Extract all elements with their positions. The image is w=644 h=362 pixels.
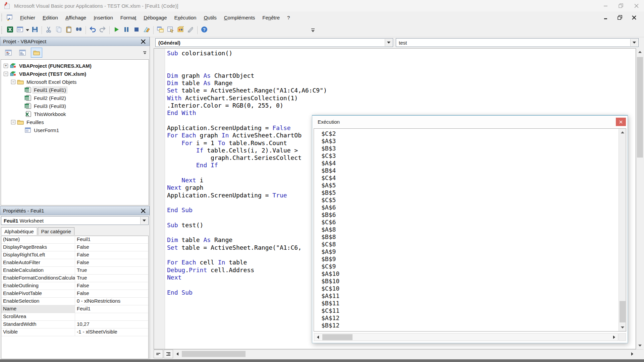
menu-edition[interactable]: Edition xyxy=(39,13,62,22)
properties-object-combo[interactable]: Feuil1 Worksheet xyxy=(1,216,149,225)
tree-item-feuil2-feuil2[interactable]: Feuil2 (Feuil2) xyxy=(1,94,149,102)
code-line[interactable]: Next xyxy=(167,274,327,281)
code-line[interactable]: Debug.Print cell.Address xyxy=(167,266,327,274)
save-button[interactable] xyxy=(30,25,40,35)
menubar-grip[interactable] xyxy=(1,14,4,21)
code-line[interactable] xyxy=(167,65,327,72)
project-panel-header[interactable]: Projet - VBAProject xyxy=(0,37,150,46)
code-line[interactable]: End With xyxy=(167,109,327,117)
menu-insertion[interactable]: Insertion xyxy=(90,13,117,22)
window-close-button[interactable] xyxy=(629,0,644,11)
property-value[interactable]: False xyxy=(75,259,148,266)
pause-button[interactable] xyxy=(121,25,131,35)
property-value[interactable]: False xyxy=(75,251,148,259)
procedure-view-button[interactable] xyxy=(154,350,163,358)
object-browser-button[interactable] xyxy=(175,25,185,35)
immediate-output-line[interactable]: $C$9 xyxy=(321,263,618,270)
help-button[interactable]: ? xyxy=(199,25,209,35)
tree-item-feuil3-feuil3[interactable]: Feuil3 (Feuil3) xyxy=(1,102,149,110)
vertical-scroll-thumb[interactable] xyxy=(637,57,643,158)
immediate-output-line[interactable]: $C$3 xyxy=(321,152,618,160)
toolbox-button[interactable] xyxy=(185,25,196,35)
stop-button[interactable] xyxy=(131,25,142,35)
code-line[interactable]: Sub test() xyxy=(167,222,327,229)
view-object-button[interactable] xyxy=(17,48,28,58)
code-horizontal-scrollbar[interactable] xyxy=(154,349,643,358)
mdi-restore-button[interactable] xyxy=(617,15,623,20)
tab-par-cat-gorie[interactable]: Par catégorie xyxy=(38,227,74,235)
immediate-window[interactable]: Exécution $C$2$A$3$B$3$C$3$A$4$B$4$C$4$A… xyxy=(312,115,628,343)
run-button[interactable] xyxy=(111,25,121,35)
immediate-output-line[interactable]: $B$9 xyxy=(321,255,618,263)
immediate-output-line[interactable]: $A$6 xyxy=(321,204,618,211)
immediate-output-line[interactable]: $B$3 xyxy=(321,145,618,152)
immediate-output-line[interactable]: $A$4 xyxy=(321,160,618,167)
copy-button[interactable] xyxy=(54,25,64,35)
code-line[interactable] xyxy=(167,251,327,259)
toolbar-options-dropdown[interactable] xyxy=(310,24,316,36)
scroll-down-button[interactable] xyxy=(636,342,644,349)
menu-d-bogage[interactable]: Débogage xyxy=(140,13,170,22)
tree-item-feuilles[interactable]: −Feuilles xyxy=(1,118,149,126)
immediate-output-line[interactable]: $C$5 xyxy=(321,196,618,204)
immediate-output-line[interactable]: $A$11 xyxy=(321,292,618,300)
property-row-enableautofilter[interactable]: EnableAutoFilterFalse xyxy=(1,259,148,267)
insert-object-dropdown[interactable] xyxy=(25,29,30,31)
design-mode-button[interactable] xyxy=(142,25,152,35)
code-line[interactable] xyxy=(167,199,327,206)
tree-item-feuil1-feuil1[interactable]: Feuil1 (Feuil1) xyxy=(1,86,149,94)
scroll-right-button[interactable] xyxy=(629,350,636,358)
undo-button[interactable] xyxy=(88,25,98,35)
scroll-down-button[interactable] xyxy=(619,324,626,331)
code-line[interactable]: Application.ScreenUpdating = True xyxy=(167,192,327,199)
immediate-output-line[interactable]: $B$6 xyxy=(321,211,618,219)
tree-item-thisworkbook[interactable]: ThisWorkbook xyxy=(1,110,149,118)
immediate-output-line[interactable]: $C$2 xyxy=(321,130,618,137)
property-row-enablepivottable[interactable]: EnablePivotTableFalse xyxy=(1,290,148,298)
vertical-scroll-thumb[interactable] xyxy=(620,301,626,322)
code-line[interactable]: If table.Cells(i, 2).Value > xyxy=(167,147,327,154)
paste-button[interactable] xyxy=(64,25,74,35)
project-toolbar-overflow[interactable] xyxy=(143,51,146,54)
code-line[interactable]: End If xyxy=(167,162,327,169)
property-row-enablecalculation[interactable]: EnableCalculationTrue xyxy=(1,267,148,275)
code-line[interactable]: End Sub xyxy=(167,289,327,296)
combo-dropdown-button[interactable] xyxy=(630,39,638,46)
property-value[interactable]: Feuil1 xyxy=(75,305,148,313)
immediate-output-line[interactable]: $B$12 xyxy=(321,322,618,329)
immediate-output-line[interactable]: $B$5 xyxy=(321,189,618,196)
property-row-enableformatconditionscalculation[interactable]: EnableFormatConditionsCalculationTrue xyxy=(1,275,148,282)
property-row-enableselection[interactable]: EnableSelection0 - xlNoRestrictions xyxy=(1,298,148,305)
property-value[interactable]: True xyxy=(75,275,148,282)
expand-icon[interactable]: + xyxy=(4,64,8,68)
horizontal-scroll-thumb[interactable] xyxy=(322,334,353,340)
immediate-window-body[interactable]: $C$2$A$3$B$3$C$3$A$4$B$4$C$4$A$5$B$5$C$5… xyxy=(314,128,626,331)
menu-ex-cution[interactable]: Exécution xyxy=(171,13,200,22)
properties-panel-header[interactable]: Propriétés - Feuil1 xyxy=(0,206,150,215)
tree-item-userform1[interactable]: UserForm1 xyxy=(1,126,149,134)
property-value[interactable]: 0 - xlNoRestrictions xyxy=(75,298,148,305)
property-row-displayrighttoleft[interactable]: DisplayRightToLeftFalse xyxy=(1,251,148,259)
panel-splitter[interactable] xyxy=(150,37,150,359)
redo-button[interactable] xyxy=(98,25,108,35)
menu-outils[interactable]: Outils xyxy=(200,13,220,22)
tree-item-vbaproject-funcres-xlam[interactable]: +VBAProject (FUNCRES.XLAM) xyxy=(1,62,149,70)
window-minimize-button[interactable] xyxy=(598,0,613,11)
code-line[interactable]: Next i xyxy=(167,177,327,184)
property-row-scrollarea[interactable]: ScrollArea xyxy=(1,313,148,321)
immediate-vertical-scrollbar[interactable] xyxy=(619,129,626,331)
code-line[interactable]: Sub colorisation() xyxy=(167,50,327,57)
combo-dropdown-button[interactable] xyxy=(140,217,148,224)
code-line[interactable]: Dim table As Range xyxy=(167,236,327,244)
immediate-output-line[interactable]: $C$8 xyxy=(321,241,618,248)
code-line[interactable]: For i = 1 To table.Rows.Count xyxy=(167,139,327,147)
tree-item-microsoft-excel-objets[interactable]: −Microsoft Excel Objets xyxy=(1,78,149,86)
property-value[interactable]: Feuil1 xyxy=(75,236,148,243)
menu-?[interactable]: ? xyxy=(283,13,293,22)
immediate-output[interactable]: $C$2$A$3$B$3$C$3$A$4$B$4$C$4$A$5$B$5$C$5… xyxy=(314,130,618,331)
project-explorer-button[interactable] xyxy=(155,25,165,35)
property-row-name[interactable]: (Name)Feuil1 xyxy=(1,236,148,244)
code-line[interactable]: Set table = ActiveSheet.Range("A1:C6, xyxy=(167,244,327,251)
property-value[interactable]: -1 - xlSheetVisible xyxy=(75,328,148,336)
code-line[interactable] xyxy=(167,117,327,124)
